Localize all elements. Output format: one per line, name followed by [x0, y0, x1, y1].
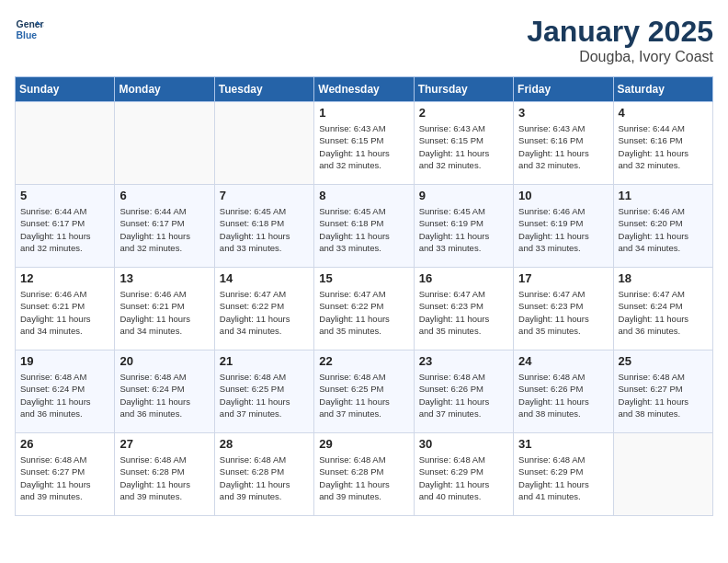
day-number: 31 — [518, 437, 608, 451]
day-number: 17 — [518, 271, 608, 285]
day-number: 25 — [619, 354, 708, 368]
calendar-cell: 23Sunrise: 6:48 AM Sunset: 6:26 PM Dayli… — [414, 350, 513, 433]
calendar-cell: 27Sunrise: 6:48 AM Sunset: 6:28 PM Dayli… — [115, 433, 214, 516]
day-info: Sunrise: 6:44 AM Sunset: 6:17 PM Dayligh… — [20, 205, 109, 254]
day-info: Sunrise: 6:47 AM Sunset: 6:24 PM Dayligh… — [619, 288, 708, 337]
calendar-cell: 21Sunrise: 6:48 AM Sunset: 6:25 PM Dayli… — [214, 350, 313, 433]
calendar-week-row: 19Sunrise: 6:48 AM Sunset: 6:24 PM Dayli… — [16, 350, 713, 433]
calendar-week-row: 12Sunrise: 6:46 AM Sunset: 6:21 PM Dayli… — [16, 268, 713, 350]
day-info: Sunrise: 6:48 AM Sunset: 6:29 PM Dayligh… — [518, 454, 608, 502]
day-info: Sunrise: 6:48 AM Sunset: 6:27 PM Dayligh… — [619, 371, 708, 419]
calendar-cell: 24Sunrise: 6:48 AM Sunset: 6:26 PM Dayli… — [514, 350, 613, 433]
weekday-header: Sunday — [16, 77, 115, 102]
day-info: Sunrise: 6:48 AM Sunset: 6:26 PM Dayligh… — [518, 371, 608, 419]
day-info: Sunrise: 6:48 AM Sunset: 6:29 PM Dayligh… — [419, 454, 508, 502]
day-number: 29 — [319, 437, 408, 451]
day-number: 16 — [419, 271, 508, 285]
day-info: Sunrise: 6:47 AM Sunset: 6:22 PM Dayligh… — [220, 288, 309, 337]
weekday-header: Thursday — [414, 77, 513, 102]
day-info: Sunrise: 6:47 AM Sunset: 6:23 PM Dayligh… — [419, 288, 508, 337]
day-number: 18 — [619, 271, 708, 285]
day-number: 24 — [518, 354, 608, 368]
calendar-cell — [115, 102, 214, 185]
calendar-cell: 25Sunrise: 6:48 AM Sunset: 6:27 PM Dayli… — [613, 350, 712, 433]
svg-text:Blue: Blue — [17, 30, 38, 40]
day-info: Sunrise: 6:44 AM Sunset: 6:17 PM Dayligh… — [119, 205, 209, 254]
calendar-cell: 4Sunrise: 6:44 AM Sunset: 6:16 PM Daylig… — [613, 102, 712, 185]
day-info: Sunrise: 6:43 AM Sunset: 6:16 PM Dayligh… — [518, 122, 608, 171]
calendar-cell: 1Sunrise: 6:43 AM Sunset: 6:15 PM Daylig… — [314, 102, 414, 185]
day-number: 19 — [20, 354, 109, 368]
day-number: 6 — [119, 189, 209, 202]
calendar-cell: 5Sunrise: 6:44 AM Sunset: 6:17 PM Daylig… — [16, 185, 115, 268]
day-info: Sunrise: 6:43 AM Sunset: 6:15 PM Dayligh… — [419, 122, 508, 171]
day-number: 12 — [20, 271, 109, 285]
day-number: 15 — [319, 271, 408, 285]
calendar-cell: 8Sunrise: 6:45 AM Sunset: 6:18 PM Daylig… — [314, 185, 414, 268]
day-info: Sunrise: 6:48 AM Sunset: 6:24 PM Dayligh… — [20, 371, 109, 419]
calendar-cell: 17Sunrise: 6:47 AM Sunset: 6:23 PM Dayli… — [514, 268, 613, 350]
calendar-week-row: 26Sunrise: 6:48 AM Sunset: 6:27 PM Dayli… — [16, 433, 713, 516]
calendar-cell: 14Sunrise: 6:47 AM Sunset: 6:22 PM Dayli… — [214, 268, 313, 350]
day-number: 1 — [319, 106, 408, 120]
weekday-header: Friday — [514, 77, 613, 102]
calendar-cell: 29Sunrise: 6:48 AM Sunset: 6:28 PM Dayli… — [314, 433, 414, 516]
month-title: January 2025 — [527, 15, 713, 49]
calendar-cell: 28Sunrise: 6:48 AM Sunset: 6:28 PM Dayli… — [214, 433, 313, 516]
calendar-cell: 16Sunrise: 6:47 AM Sunset: 6:23 PM Dayli… — [414, 268, 513, 350]
calendar-cell: 18Sunrise: 6:47 AM Sunset: 6:24 PM Dayli… — [613, 268, 712, 350]
calendar-cell — [613, 433, 712, 516]
day-number: 26 — [20, 437, 109, 451]
day-number: 4 — [619, 106, 708, 120]
weekday-header: Monday — [115, 77, 214, 102]
calendar-cell: 3Sunrise: 6:43 AM Sunset: 6:16 PM Daylig… — [514, 102, 613, 185]
logo: General Blue — [15, 15, 44, 44]
calendar-table: SundayMondayTuesdayWednesdayThursdayFrid… — [15, 76, 713, 516]
calendar-cell: 22Sunrise: 6:48 AM Sunset: 6:25 PM Dayli… — [314, 350, 414, 433]
day-info: Sunrise: 6:48 AM Sunset: 6:26 PM Dayligh… — [419, 371, 508, 419]
day-number: 5 — [20, 189, 109, 202]
calendar-cell: 2Sunrise: 6:43 AM Sunset: 6:15 PM Daylig… — [414, 102, 513, 185]
page-header: General Blue January 2025 Dougba, Ivory … — [15, 15, 713, 65]
calendar-cell: 7Sunrise: 6:45 AM Sunset: 6:18 PM Daylig… — [214, 185, 313, 268]
day-info: Sunrise: 6:44 AM Sunset: 6:16 PM Dayligh… — [619, 122, 708, 171]
day-info: Sunrise: 6:43 AM Sunset: 6:15 PM Dayligh… — [319, 122, 408, 171]
calendar-cell: 10Sunrise: 6:46 AM Sunset: 6:19 PM Dayli… — [514, 185, 613, 268]
day-number: 7 — [220, 189, 309, 202]
day-info: Sunrise: 6:48 AM Sunset: 6:28 PM Dayligh… — [119, 454, 209, 502]
day-info: Sunrise: 6:45 AM Sunset: 6:18 PM Dayligh… — [220, 205, 309, 254]
day-info: Sunrise: 6:48 AM Sunset: 6:28 PM Dayligh… — [220, 454, 309, 502]
day-number: 11 — [619, 189, 708, 202]
day-number: 23 — [419, 354, 508, 368]
day-number: 8 — [319, 189, 408, 202]
day-number: 14 — [220, 271, 309, 285]
day-number: 13 — [119, 271, 209, 285]
day-info: Sunrise: 6:48 AM Sunset: 6:25 PM Dayligh… — [220, 371, 309, 419]
day-info: Sunrise: 6:45 AM Sunset: 6:18 PM Dayligh… — [319, 205, 408, 254]
calendar-week-row: 5Sunrise: 6:44 AM Sunset: 6:17 PM Daylig… — [16, 185, 713, 268]
day-number: 10 — [518, 189, 608, 202]
day-info: Sunrise: 6:47 AM Sunset: 6:22 PM Dayligh… — [319, 288, 408, 337]
day-info: Sunrise: 6:48 AM Sunset: 6:25 PM Dayligh… — [319, 371, 408, 419]
calendar-cell: 15Sunrise: 6:47 AM Sunset: 6:22 PM Dayli… — [314, 268, 414, 350]
day-number: 2 — [419, 106, 508, 120]
calendar-cell — [16, 102, 115, 185]
calendar-week-row: 1Sunrise: 6:43 AM Sunset: 6:15 PM Daylig… — [16, 102, 713, 185]
day-info: Sunrise: 6:46 AM Sunset: 6:20 PM Dayligh… — [619, 205, 708, 254]
calendar-cell: 31Sunrise: 6:48 AM Sunset: 6:29 PM Dayli… — [514, 433, 613, 516]
day-info: Sunrise: 6:46 AM Sunset: 6:21 PM Dayligh… — [119, 288, 209, 337]
day-info: Sunrise: 6:48 AM Sunset: 6:24 PM Dayligh… — [119, 371, 209, 419]
calendar-cell: 19Sunrise: 6:48 AM Sunset: 6:24 PM Dayli… — [16, 350, 115, 433]
calendar-cell: 9Sunrise: 6:45 AM Sunset: 6:19 PM Daylig… — [414, 185, 513, 268]
weekday-header: Wednesday — [314, 77, 414, 102]
day-info: Sunrise: 6:48 AM Sunset: 6:27 PM Dayligh… — [20, 454, 109, 502]
calendar-cell: 26Sunrise: 6:48 AM Sunset: 6:27 PM Dayli… — [16, 433, 115, 516]
calendar-cell: 13Sunrise: 6:46 AM Sunset: 6:21 PM Dayli… — [115, 268, 214, 350]
weekday-header: Tuesday — [214, 77, 313, 102]
location: Dougba, Ivory Coast — [527, 49, 713, 65]
weekday-header: Saturday — [613, 77, 712, 102]
day-number: 27 — [119, 437, 209, 451]
day-number: 3 — [518, 106, 608, 120]
day-info: Sunrise: 6:46 AM Sunset: 6:21 PM Dayligh… — [20, 288, 109, 337]
day-info: Sunrise: 6:47 AM Sunset: 6:23 PM Dayligh… — [518, 288, 608, 337]
